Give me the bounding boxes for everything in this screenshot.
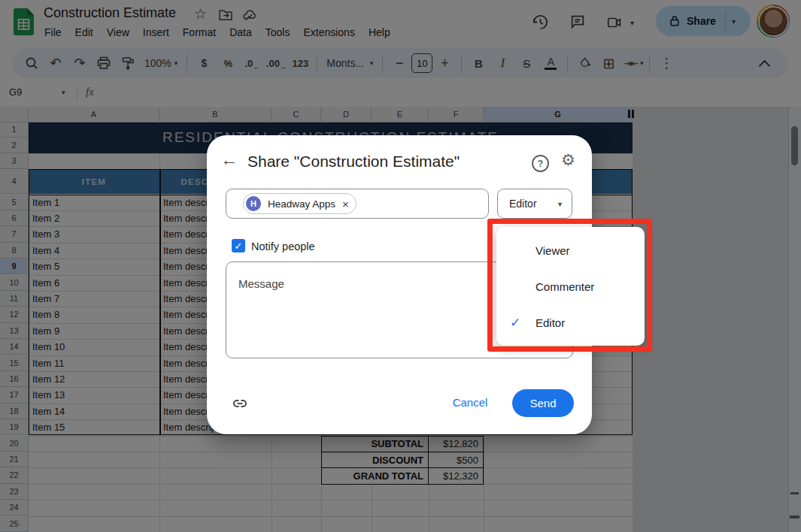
send-button[interactable]: Send bbox=[512, 389, 574, 417]
recipient-avatar: H bbox=[246, 196, 261, 211]
settings-gear-icon[interactable]: ⚙ bbox=[561, 151, 575, 169]
help-icon[interactable]: ? bbox=[532, 155, 549, 172]
notify-people-checkbox[interactable]: ✓ bbox=[232, 239, 245, 252]
notify-people-label: Notify people bbox=[251, 240, 315, 252]
dialog-title: Share "Construction Estimate" bbox=[247, 153, 460, 171]
role-dropdown[interactable]: Editor ▾ bbox=[497, 189, 572, 219]
role-value: Editor bbox=[509, 198, 537, 210]
recipient-chip[interactable]: H Headway Apps × bbox=[243, 193, 357, 214]
copy-link-icon[interactable] bbox=[229, 393, 250, 414]
cancel-button[interactable]: Cancel bbox=[448, 396, 493, 409]
checkbox-check-icon: ✓ bbox=[235, 240, 243, 252]
app-window: Construction Estimate ☆ FileEditViewInse… bbox=[0, 0, 801, 532]
recipient-name: Headway Apps bbox=[268, 198, 335, 210]
chip-close-icon[interactable]: × bbox=[342, 198, 349, 210]
back-icon[interactable]: ← bbox=[220, 150, 238, 170]
annotation-rectangle bbox=[487, 219, 652, 352]
role-caret-icon: ▾ bbox=[558, 200, 562, 208]
add-people-input[interactable]: H Headway Apps × bbox=[226, 189, 489, 219]
message-placeholder: Message bbox=[238, 277, 284, 290]
